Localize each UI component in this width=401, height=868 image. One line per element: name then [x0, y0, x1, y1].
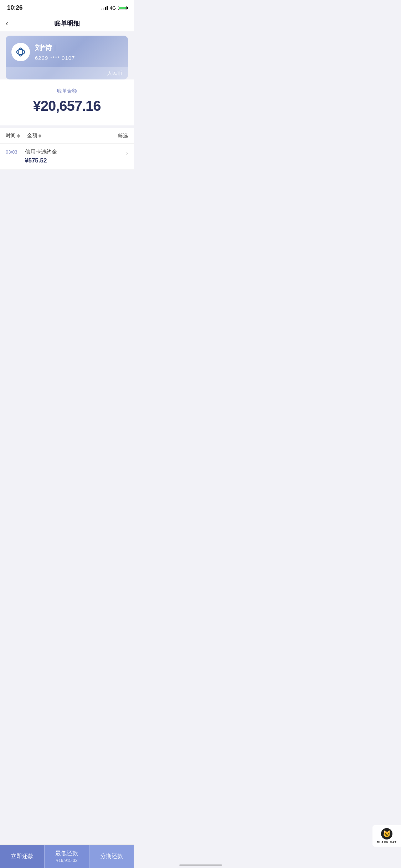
card-top: 刘*诗 6229 **** 0107	[6, 36, 128, 67]
signal-icon	[101, 6, 108, 10]
card-name-row: 刘*诗	[35, 43, 122, 53]
back-button[interactable]: ‹	[6, 20, 8, 27]
page-title: 账单明细	[54, 19, 80, 28]
filter-button[interactable]: 筛选	[118, 133, 128, 139]
transaction-list: 03/03 信用卡违约金 ¥575.52 ›	[0, 144, 134, 170]
time-filter-label: 时间	[6, 133, 16, 139]
bill-amount: ¥20,657.16	[6, 98, 128, 114]
time-sort-icon	[17, 134, 20, 138]
bill-label: 账单金额	[6, 88, 128, 94]
chevron-right-icon: ›	[126, 150, 128, 156]
nav-bar: ‹ 账单明细	[0, 16, 134, 31]
network-label: 4G	[110, 5, 116, 11]
card-currency: 人民币	[107, 70, 122, 76]
transaction-details: 信用卡违约金 ¥575.52	[22, 149, 126, 164]
card-number: 6229 **** 0107	[35, 55, 75, 61]
amount-sort-icon	[38, 134, 41, 138]
transaction-title: 信用卡违约金	[25, 149, 126, 155]
amount-filter[interactable]: 金额	[27, 133, 41, 139]
bank-logo-icon	[15, 46, 26, 58]
card-section: 刘*诗 6229 **** 0107 人民币	[6, 36, 128, 79]
transaction-amount: ¥575.52	[25, 157, 126, 164]
empty-area	[0, 170, 134, 284]
card-name-divider	[55, 45, 56, 51]
bank-logo	[11, 43, 30, 61]
status-icons: 4G	[101, 5, 127, 11]
card-holder-name: 刘*诗	[35, 43, 52, 53]
card-bottom: 人民币	[6, 67, 128, 79]
transaction-item[interactable]: 03/03 信用卡违约金 ¥575.52 ›	[0, 144, 134, 170]
status-bar: 10:26 4G	[0, 0, 134, 16]
section-divider	[0, 125, 134, 128]
time-filter[interactable]: 时间	[6, 133, 20, 139]
card-info: 刘*诗 6229 **** 0107	[35, 43, 122, 61]
svg-point-0	[17, 50, 25, 55]
filter-section: 时间 金额 筛选	[0, 128, 134, 144]
transaction-date: 03/03	[6, 149, 22, 155]
battery-icon	[118, 6, 127, 10]
amount-filter-label: 金额	[27, 133, 37, 139]
bottom-spacer	[0, 284, 134, 312]
bill-amount-section: 账单金额 ¥20,657.16	[0, 79, 134, 125]
status-time: 10:26	[7, 4, 22, 11]
